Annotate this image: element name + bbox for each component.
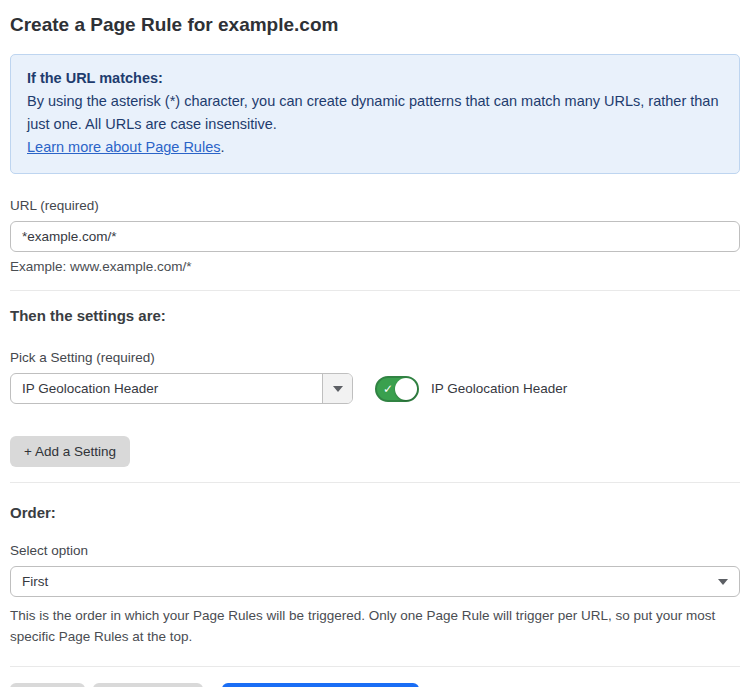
order-help-text: This is the order in which your Page Rul…: [10, 605, 740, 647]
add-setting-button[interactable]: + Add a Setting: [10, 436, 130, 467]
check-icon: ✓: [383, 381, 393, 395]
order-select-value: First: [22, 574, 718, 589]
setting-picker-dropdown[interactable]: IP Geolocation Header: [10, 373, 353, 404]
learn-more-page-rules-link[interactable]: Learn more about Page Rules: [27, 139, 220, 155]
order-section-heading: Order:: [10, 504, 740, 521]
chevron-down-icon: [333, 386, 343, 392]
url-matches-info-box: If the URL matches: By using the asteris…: [10, 54, 740, 174]
url-field-label: URL (required): [10, 198, 740, 213]
url-example-text: Example: www.example.com/*: [10, 259, 740, 274]
create-page-rule-form: Create a Page Rule for example.com If th…: [0, 0, 750, 687]
setting-picker-value: IP Geolocation Header: [11, 374, 322, 403]
info-box-link-line: Learn more about Page Rules.: [27, 136, 723, 159]
settings-section-heading: Then the settings are:: [10, 307, 740, 324]
cancel-button[interactable]: Cancel: [10, 683, 85, 687]
toggle-knob: [395, 378, 417, 400]
ip-geolocation-toggle[interactable]: ✓: [375, 376, 419, 402]
url-input[interactable]: [10, 221, 740, 252]
save-and-deploy-button[interactable]: Save and Deploy Page Rule: [222, 683, 420, 687]
info-box-heading: If the URL matches:: [27, 67, 723, 90]
pick-setting-label: Pick a Setting (required): [10, 350, 740, 365]
info-box-body: By using the asterisk (*) character, you…: [27, 90, 723, 136]
order-select-label: Select option: [10, 543, 740, 558]
page-title: Create a Page Rule for example.com: [10, 14, 740, 36]
chevron-down-icon: [718, 579, 728, 585]
form-actions: Cancel Save as Draft Save and Deploy Pag…: [10, 683, 740, 687]
link-period: .: [220, 139, 224, 155]
order-select[interactable]: First: [10, 566, 740, 597]
ip-geolocation-toggle-label: IP Geolocation Header: [431, 381, 567, 396]
ip-geolocation-toggle-group: ✓ IP Geolocation Header: [375, 376, 567, 402]
save-as-draft-button[interactable]: Save as Draft: [93, 683, 203, 687]
setting-picker-arrow-button[interactable]: [322, 374, 352, 403]
setting-row: IP Geolocation Header ✓ IP Geolocation H…: [10, 373, 740, 404]
